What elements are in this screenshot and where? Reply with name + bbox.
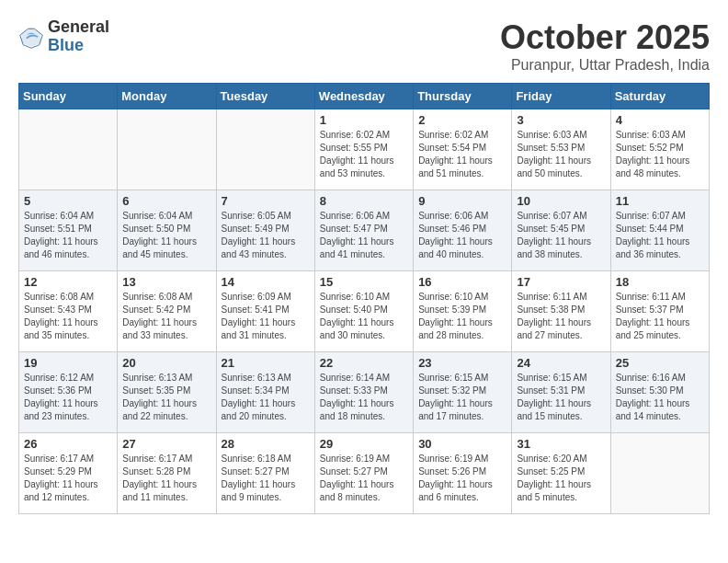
calendar-day-cell: 6Sunrise: 6:04 AM Sunset: 5:50 PM Daylig…: [118, 190, 216, 271]
location-subtitle: Puranpur, Uttar Pradesh, India: [500, 57, 710, 74]
calendar-week-row: 1Sunrise: 6:02 AM Sunset: 5:55 PM Daylig…: [19, 109, 710, 190]
calendar-day-cell: 24Sunrise: 6:15 AM Sunset: 5:31 PM Dayli…: [512, 352, 610, 433]
day-number: 23: [418, 356, 506, 370]
weekday-header: Wednesday: [314, 84, 413, 109]
calendar-day-cell: 20Sunrise: 6:13 AM Sunset: 5:35 PM Dayli…: [118, 352, 216, 433]
day-info: Sunrise: 6:02 AM Sunset: 5:55 PM Dayligh…: [320, 129, 408, 180]
day-info: Sunrise: 6:06 AM Sunset: 5:46 PM Dayligh…: [418, 210, 506, 261]
calendar-day-cell: 23Sunrise: 6:15 AM Sunset: 5:32 PM Dayli…: [414, 352, 512, 433]
day-info: Sunrise: 6:08 AM Sunset: 5:43 PM Dayligh…: [24, 291, 112, 342]
day-number: 25: [616, 356, 704, 370]
day-info: Sunrise: 6:04 AM Sunset: 5:51 PM Dayligh…: [24, 210, 112, 261]
weekday-header: Saturday: [610, 84, 709, 109]
day-info: Sunrise: 6:20 AM Sunset: 5:25 PM Dayligh…: [517, 453, 605, 504]
day-number: 17: [517, 275, 605, 289]
weekday-header: Tuesday: [216, 84, 314, 109]
day-number: 12: [24, 275, 112, 289]
weekday-header: Sunday: [19, 84, 118, 109]
day-number: 16: [418, 275, 506, 289]
day-info: Sunrise: 6:11 AM Sunset: 5:38 PM Dayligh…: [517, 291, 605, 342]
day-number: 15: [320, 275, 408, 289]
calendar-day-cell: 27Sunrise: 6:17 AM Sunset: 5:28 PM Dayli…: [118, 433, 216, 514]
calendar-day-cell: 2Sunrise: 6:02 AM Sunset: 5:54 PM Daylig…: [414, 109, 512, 190]
calendar-day-cell: 5Sunrise: 6:04 AM Sunset: 5:51 PM Daylig…: [19, 190, 118, 271]
day-info: Sunrise: 6:15 AM Sunset: 5:31 PM Dayligh…: [517, 372, 605, 423]
day-info: Sunrise: 6:04 AM Sunset: 5:50 PM Dayligh…: [122, 210, 210, 261]
day-info: Sunrise: 6:07 AM Sunset: 5:45 PM Dayligh…: [517, 210, 605, 261]
calendar-week-row: 5Sunrise: 6:04 AM Sunset: 5:51 PM Daylig…: [19, 190, 710, 271]
calendar-week-row: 26Sunrise: 6:17 AM Sunset: 5:29 PM Dayli…: [19, 433, 710, 514]
day-number: 21: [222, 356, 310, 370]
day-number: 10: [517, 194, 605, 208]
day-info: Sunrise: 6:13 AM Sunset: 5:35 PM Dayligh…: [122, 372, 210, 423]
calendar-day-cell: 3Sunrise: 6:03 AM Sunset: 5:53 PM Daylig…: [512, 109, 610, 190]
calendar-day-cell: 16Sunrise: 6:10 AM Sunset: 5:39 PM Dayli…: [414, 271, 512, 352]
day-number: 7: [222, 194, 310, 208]
day-info: Sunrise: 6:06 AM Sunset: 5:47 PM Dayligh…: [320, 210, 408, 261]
day-number: 6: [122, 194, 210, 208]
calendar-body: 1Sunrise: 6:02 AM Sunset: 5:55 PM Daylig…: [19, 109, 710, 514]
calendar-day-cell: [216, 109, 314, 190]
weekday-header: Monday: [118, 84, 216, 109]
day-info: Sunrise: 6:16 AM Sunset: 5:30 PM Dayligh…: [616, 372, 704, 423]
day-info: Sunrise: 6:13 AM Sunset: 5:34 PM Dayligh…: [222, 372, 310, 423]
page-header: General Blue October 2025 Puranpur, Utta…: [18, 18, 710, 74]
calendar-day-cell: 14Sunrise: 6:09 AM Sunset: 5:41 PM Dayli…: [216, 271, 314, 352]
day-info: Sunrise: 6:10 AM Sunset: 5:39 PM Dayligh…: [418, 291, 506, 342]
day-number: 5: [24, 194, 112, 208]
day-number: 31: [517, 437, 605, 451]
calendar-table: SundayMondayTuesdayWednesdayThursdayFrid…: [18, 83, 710, 514]
calendar-day-cell: 12Sunrise: 6:08 AM Sunset: 5:43 PM Dayli…: [19, 271, 118, 352]
day-number: 3: [517, 113, 605, 127]
day-number: 8: [320, 194, 408, 208]
logo: General Blue: [18, 18, 109, 55]
calendar-day-cell: 11Sunrise: 6:07 AM Sunset: 5:44 PM Dayli…: [610, 190, 709, 271]
day-info: Sunrise: 6:03 AM Sunset: 5:52 PM Dayligh…: [616, 129, 704, 180]
calendar-day-cell: 26Sunrise: 6:17 AM Sunset: 5:29 PM Dayli…: [19, 433, 118, 514]
day-info: Sunrise: 6:17 AM Sunset: 5:28 PM Dayligh…: [122, 453, 210, 504]
month-title: October 2025: [500, 18, 710, 57]
day-number: 14: [222, 275, 310, 289]
day-number: 13: [122, 275, 210, 289]
calendar-day-cell: 22Sunrise: 6:14 AM Sunset: 5:33 PM Dayli…: [314, 352, 413, 433]
calendar-day-cell: 31Sunrise: 6:20 AM Sunset: 5:25 PM Dayli…: [512, 433, 610, 514]
calendar-day-cell: 30Sunrise: 6:19 AM Sunset: 5:26 PM Dayli…: [414, 433, 512, 514]
day-info: Sunrise: 6:17 AM Sunset: 5:29 PM Dayligh…: [24, 453, 112, 504]
day-number: 20: [122, 356, 210, 370]
day-number: 30: [418, 437, 506, 451]
svg-marker-0: [22, 27, 41, 46]
day-info: Sunrise: 6:10 AM Sunset: 5:40 PM Dayligh…: [320, 291, 408, 342]
day-info: Sunrise: 6:08 AM Sunset: 5:42 PM Dayligh…: [122, 291, 210, 342]
day-info: Sunrise: 6:07 AM Sunset: 5:44 PM Dayligh…: [616, 210, 704, 261]
calendar-day-cell: 8Sunrise: 6:06 AM Sunset: 5:47 PM Daylig…: [314, 190, 413, 271]
day-info: Sunrise: 6:05 AM Sunset: 5:49 PM Dayligh…: [222, 210, 310, 261]
day-number: 26: [24, 437, 112, 451]
day-info: Sunrise: 6:12 AM Sunset: 5:36 PM Dayligh…: [24, 372, 112, 423]
calendar-day-cell: 4Sunrise: 6:03 AM Sunset: 5:52 PM Daylig…: [610, 109, 709, 190]
calendar-day-cell: 18Sunrise: 6:11 AM Sunset: 5:37 PM Dayli…: [610, 271, 709, 352]
weekday-row: SundayMondayTuesdayWednesdayThursdayFrid…: [19, 84, 710, 109]
calendar-day-cell: 13Sunrise: 6:08 AM Sunset: 5:42 PM Dayli…: [118, 271, 216, 352]
title-block: October 2025 Puranpur, Uttar Pradesh, In…: [500, 18, 710, 74]
day-number: 18: [616, 275, 704, 289]
calendar-day-cell: 7Sunrise: 6:05 AM Sunset: 5:49 PM Daylig…: [216, 190, 314, 271]
calendar-day-cell: 1Sunrise: 6:02 AM Sunset: 5:55 PM Daylig…: [314, 109, 413, 190]
calendar-day-cell: 15Sunrise: 6:10 AM Sunset: 5:40 PM Dayli…: [314, 271, 413, 352]
calendar-week-row: 12Sunrise: 6:08 AM Sunset: 5:43 PM Dayli…: [19, 271, 710, 352]
calendar-day-cell: 17Sunrise: 6:11 AM Sunset: 5:38 PM Dayli…: [512, 271, 610, 352]
day-info: Sunrise: 6:02 AM Sunset: 5:54 PM Dayligh…: [418, 129, 506, 180]
weekday-header: Thursday: [414, 84, 512, 109]
calendar-header: SundayMondayTuesdayWednesdayThursdayFrid…: [19, 84, 710, 109]
day-info: Sunrise: 6:19 AM Sunset: 5:26 PM Dayligh…: [418, 453, 506, 504]
day-info: Sunrise: 6:09 AM Sunset: 5:41 PM Dayligh…: [222, 291, 310, 342]
calendar-day-cell: 10Sunrise: 6:07 AM Sunset: 5:45 PM Dayli…: [512, 190, 610, 271]
calendar-week-row: 19Sunrise: 6:12 AM Sunset: 5:36 PM Dayli…: [19, 352, 710, 433]
calendar-day-cell: [19, 109, 118, 190]
calendar-day-cell: 29Sunrise: 6:19 AM Sunset: 5:27 PM Dayli…: [314, 433, 413, 514]
day-number: 22: [320, 356, 408, 370]
logo-text: General Blue: [48, 18, 109, 55]
day-number: 4: [616, 113, 704, 127]
day-number: 19: [24, 356, 112, 370]
logo-icon: [18, 24, 44, 50]
calendar-day-cell: 21Sunrise: 6:13 AM Sunset: 5:34 PM Dayli…: [216, 352, 314, 433]
